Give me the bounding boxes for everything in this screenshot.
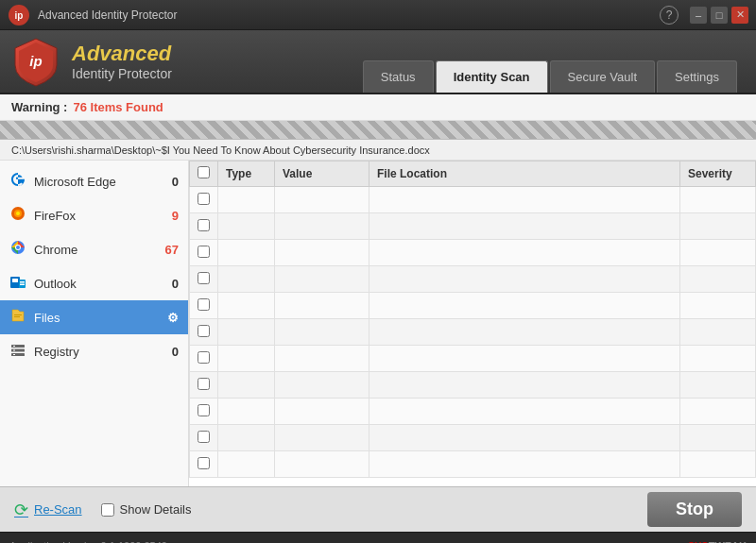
select-all-checkbox[interactable]	[198, 166, 210, 178]
col-header-severity: Severity	[680, 161, 756, 187]
show-details-checkbox[interactable]	[101, 503, 114, 517]
close-button[interactable]: ✕	[731, 7, 748, 24]
svg-point-5	[16, 212, 20, 215]
systweak-brand: SYSTWEAK	[688, 540, 747, 544]
results-table-area: Type Value File Location Severity	[189, 161, 756, 486]
row-checkbox[interactable]	[198, 298, 210, 311]
svg-rect-14	[14, 314, 22, 315]
sidebar-label-registry: Registry	[34, 345, 79, 359]
sidebar-label-outlook: Outlook	[34, 277, 77, 291]
sidebar-count-outlook: 0	[172, 277, 179, 291]
table-cell	[369, 187, 680, 213]
shield-logo-icon: ip	[9, 35, 62, 88]
title-bar-controls: ? – □ ✕	[660, 6, 748, 25]
sidebar-item-microsoft-edge[interactable]: Microsoft Edge 0	[0, 164, 188, 198]
svg-rect-20	[13, 349, 15, 350]
nav-tabs: Status Identity Scan Secure Vault Settin…	[363, 30, 747, 93]
row-checkbox[interactable]	[198, 272, 210, 284]
firefox-icon	[9, 205, 26, 226]
tab-secure-vault[interactable]: Secure Vault	[550, 60, 655, 93]
table-cell	[218, 213, 275, 240]
sidebar-item-registry[interactable]: Registry 0	[0, 334, 188, 368]
table-cell	[680, 399, 756, 425]
col-header-location: File Location	[369, 161, 680, 187]
table-row	[190, 266, 756, 293]
tab-status[interactable]: Status	[363, 60, 434, 93]
tab-identity-scan[interactable]: Identity Scan	[436, 60, 548, 93]
table-cell	[369, 372, 680, 399]
sidebar-item-firefox[interactable]: FireFox 9	[0, 198, 188, 232]
svg-rect-10	[12, 279, 18, 282]
row-checkbox[interactable]	[198, 351, 210, 364]
show-details-label: Show Details	[101, 502, 192, 517]
col-header-value: Value	[275, 161, 369, 187]
table-cell	[369, 451, 680, 478]
file-path-bar: C:\Users\rishi.sharma\Desktop\~$I You Ne…	[0, 140, 756, 161]
sidebar-count-registry: 0	[172, 345, 179, 359]
files-icon	[9, 307, 26, 328]
table-cell	[680, 293, 756, 319]
table-cell	[275, 346, 369, 372]
table-cell	[680, 319, 756, 346]
svg-rect-19	[13, 346, 15, 347]
show-details-text: Show Details	[120, 502, 192, 517]
row-checkbox[interactable]	[198, 431, 210, 443]
table-cell	[275, 399, 369, 425]
svg-rect-12	[20, 281, 25, 283]
title-bar: ip Advanced Identity Protector ? – □ ✕	[0, 0, 756, 30]
table-row	[190, 372, 756, 399]
warning-label: Warning :	[11, 100, 67, 114]
table-cell	[275, 213, 369, 240]
bottom-bar: ⟳ Re-Scan Show Details Stop	[0, 486, 756, 532]
table-cell	[218, 451, 275, 478]
app-logo-icon: ip	[8, 4, 30, 26]
table-cell	[275, 451, 369, 478]
table-cell	[218, 372, 275, 399]
table-cell	[218, 425, 275, 451]
table-cell	[275, 240, 369, 266]
maximize-button[interactable]: □	[711, 7, 728, 24]
sidebar-item-chrome[interactable]: Chrome 67	[0, 232, 188, 266]
main-content: Warning : 76 Items Found C:\Users\rishi.…	[0, 94, 756, 486]
row-checkbox[interactable]	[198, 325, 210, 337]
col-header-checkbox	[190, 161, 218, 187]
sidebar-item-files[interactable]: Files ⚙	[0, 300, 188, 334]
row-checkbox[interactable]	[198, 219, 210, 231]
sidebar-count-edge: 0	[172, 175, 179, 189]
app-header: ip Advanced Identity Protector Status Id…	[0, 30, 756, 94]
chrome-icon	[9, 239, 26, 260]
svg-rect-13	[20, 283, 25, 285]
progress-stripe-bar	[0, 121, 756, 140]
table-row	[190, 187, 756, 213]
titlebar-text: Advanced Identity Protector	[38, 8, 177, 22]
logo-area: ip Advanced Identity Protector	[9, 35, 363, 88]
stop-button[interactable]: Stop	[647, 492, 742, 527]
tab-settings[interactable]: Settings	[657, 60, 737, 93]
row-checkbox[interactable]	[198, 193, 210, 205]
table-cell	[218, 240, 275, 266]
table-cell	[218, 399, 275, 425]
minimize-button[interactable]: –	[690, 7, 707, 24]
row-checkbox[interactable]	[198, 457, 210, 469]
table-cell	[369, 346, 680, 372]
table-cell	[275, 372, 369, 399]
table-row	[190, 319, 756, 346]
registry-icon	[9, 342, 26, 362]
tweak-text: TWEAK	[709, 540, 747, 544]
sidebar: Microsoft Edge 0 FireFox 9	[0, 161, 189, 486]
table-cell	[369, 240, 680, 266]
table-row	[190, 451, 756, 478]
svg-text:ip: ip	[29, 53, 42, 69]
row-checkbox[interactable]	[198, 404, 210, 416]
table-cell	[275, 266, 369, 293]
svg-rect-15	[14, 316, 20, 317]
sidebar-item-outlook[interactable]: Outlook 0	[0, 266, 188, 300]
rescan-button[interactable]: ⟳ Re-Scan	[14, 500, 82, 520]
table-cell	[218, 319, 275, 346]
help-icon[interactable]: ?	[660, 6, 679, 25]
table-cell	[275, 187, 369, 213]
row-checkbox[interactable]	[198, 378, 210, 390]
row-checkbox[interactable]	[198, 246, 210, 258]
table-cell	[275, 425, 369, 451]
sidebar-count-firefox: 9	[172, 209, 179, 223]
